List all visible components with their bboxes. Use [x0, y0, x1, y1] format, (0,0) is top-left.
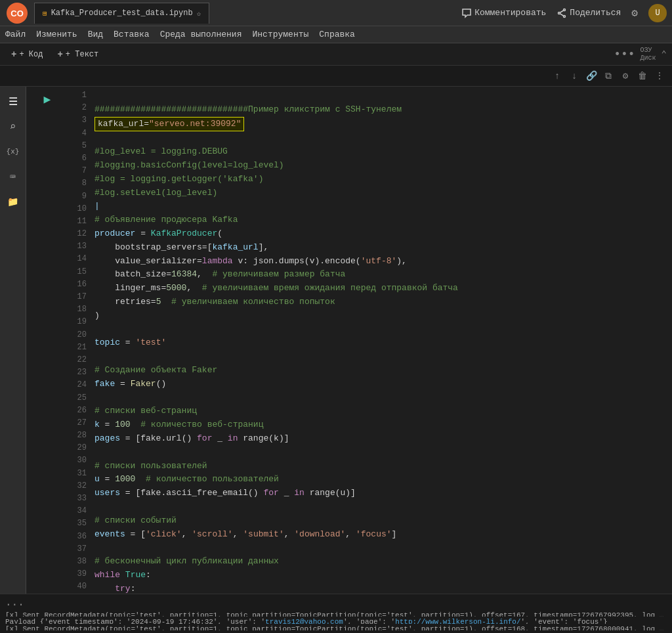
scroll-up-icon[interactable]: ↑ [550, 69, 564, 83]
add-text-button[interactable]: + + Текст [51, 47, 104, 62]
sidebar-search-icon[interactable]: ⌕ [3, 117, 23, 137]
more-cell-icon[interactable]: ⋮ [652, 69, 667, 83]
add-code-button[interactable]: + + Код [5, 47, 49, 62]
avatar[interactable]: U [648, 4, 667, 22]
line-numbers: 123 456 789 101112 131415 161718 192021 … [66, 87, 92, 594]
toolbar-more-icon[interactable]: ••• [614, 48, 635, 61]
settings-cell-icon[interactable]: ⚙ [618, 69, 633, 83]
menu-runtime[interactable]: Среда выполнения [160, 30, 242, 39]
svg-line-5 [560, 11, 564, 12]
ram-info: ОЗУ Диск [640, 47, 656, 62]
topbar-actions: Комментировать Поделиться ⚙ U [461, 4, 667, 22]
menubar: Файл Изменить Вид Вставка Среда выполнен… [0, 26, 672, 43]
main-area: ☰ ⌕ {x} ⌨ 📁 ▶ 123 456 789 101112 131415 … [0, 87, 672, 594]
run-button[interactable]: ▶ [44, 92, 51, 106]
sidebar: ☰ ⌕ {x} ⌨ 📁 [0, 87, 26, 594]
scroll-down-icon[interactable]: ↓ [567, 69, 581, 83]
code-cell: ▶ 123 456 789 101112 131415 161718 19202… [26, 87, 672, 594]
status-line-1: [x] Sent RecordMetadata(topic='test', pa… [5, 611, 667, 617]
menu-view[interactable]: Вид [88, 30, 103, 39]
disk-label: Диск [640, 55, 656, 62]
app-logo: CO [5, 1, 29, 25]
svg-line-6 [560, 13, 564, 15]
statusbar-top: ... [5, 597, 667, 609]
menu-tools[interactable]: Инструменты [252, 30, 308, 39]
comment-button[interactable]: Комментировать [461, 8, 546, 18]
tab-area: ⊞ Kafka_Producer_test_data.ipynb ✩ [34, 3, 461, 24]
sidebar-folder-icon[interactable]: 📁 [3, 192, 23, 211]
svg-text:CO: CO [10, 9, 24, 18]
copy-icon[interactable]: ⧉ [601, 69, 616, 83]
notebook-icon: ⊞ [43, 9, 47, 18]
sidebar-menu-icon[interactable]: ☰ [3, 92, 23, 112]
add-text-label: + Текст [66, 50, 98, 59]
comment-icon [461, 8, 472, 18]
statusbar: ... [x] Sent RecordMetadata(topic='test'… [0, 594, 672, 633]
comment-label: Комментировать [474, 8, 546, 18]
svg-point-3 [558, 12, 560, 14]
cell-toolbar: ↑ ↓ 🔗 ⧉ ⚙ 🗑 ⋮ [0, 66, 672, 87]
statusbar-dots[interactable]: ... [5, 597, 24, 609]
svg-point-2 [564, 9, 566, 11]
toolbar-expand-icon[interactable]: ⌃ [662, 49, 667, 60]
status-line-3: [x] Sent RecordMetadata(topic='test', pa… [5, 625, 667, 630]
menu-help[interactable]: Справка [319, 30, 355, 39]
delete-cell-icon[interactable]: 🗑 [635, 69, 650, 83]
menu-insert[interactable]: Вставка [114, 30, 150, 39]
svg-point-4 [564, 15, 566, 17]
toolbar-right: ••• ОЗУ Диск ⌃ [614, 47, 667, 62]
add-code-label: + Код [19, 50, 43, 59]
share-icon [556, 8, 567, 18]
status-line-2: Payload {'event_timestamp': '2024-09-19 … [5, 618, 667, 623]
settings-icon[interactable]: ⚙ [631, 7, 638, 20]
share-button[interactable]: Поделиться [556, 8, 621, 18]
code-area[interactable]: ▶ 123 456 789 101112 131415 161718 19202… [26, 87, 672, 594]
menu-edit[interactable]: Изменить [36, 30, 77, 39]
tab-filename: Kafka_Producer_test_data.ipynb [51, 9, 193, 18]
notebook-tab[interactable]: ⊞ Kafka_Producer_test_data.ipynb ✩ [34, 3, 209, 24]
code-content[interactable]: ##############################Пример кли… [92, 87, 672, 594]
toolbar: + + Код + + Текст ••• ОЗУ Диск ⌃ [0, 43, 672, 66]
sidebar-key-icon[interactable]: ⌨ [3, 167, 23, 186]
menu-file[interactable]: Файл [5, 30, 26, 39]
ram-label: ОЗУ [640, 47, 656, 55]
share-label: Поделиться [570, 8, 621, 18]
link-icon[interactable]: 🔗 [584, 69, 598, 83]
topbar: CO ⊞ Kafka_Producer_test_data.ipynb ✩ Ко… [0, 0, 672, 26]
tab-star-icon[interactable]: ✩ [197, 9, 201, 18]
sidebar-variables-icon[interactable]: {x} [3, 142, 23, 162]
cell-gutter: ▶ [26, 87, 66, 594]
